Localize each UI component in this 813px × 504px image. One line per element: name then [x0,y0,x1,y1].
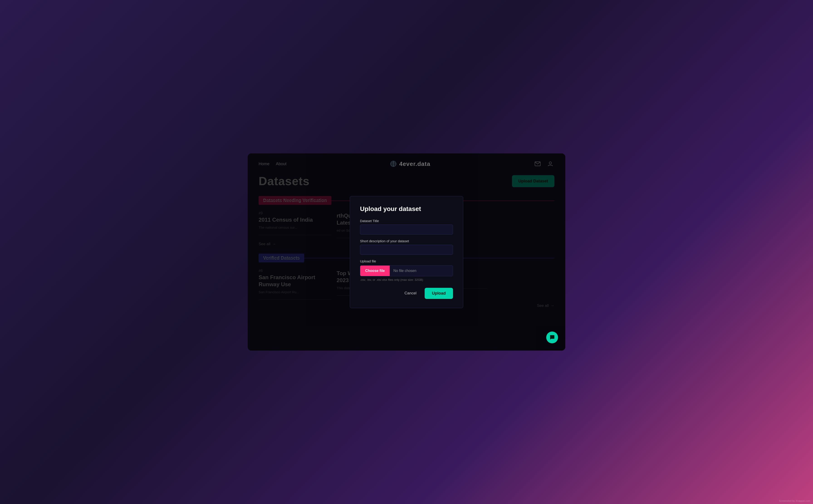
dataset-title-input[interactable] [360,225,453,235]
modal-actions: Cancel Upload [360,288,453,299]
chat-button[interactable] [546,332,558,343]
file-hint: .csv, .tsv, or .xls/.xlsx files only (ma… [360,278,453,281]
screenshot-credit: Screenshot by Xnapper.com [779,499,810,502]
modal-title: Upload your dataset [360,205,453,213]
upload-file-label: Upload file [360,259,453,263]
cancel-button[interactable]: Cancel [400,289,421,298]
no-file-text: No file chosen [390,266,453,276]
upload-button[interactable]: Upload [425,288,453,299]
chat-icon [549,335,555,340]
upload-modal: Upload your dataset Dataset Title Short … [350,196,463,308]
description-input[interactable] [360,245,453,255]
description-label: Short description of your dataset [360,239,453,243]
file-input-row: Choose file No file chosen [360,265,453,276]
dataset-title-label: Dataset Title [360,219,453,223]
choose-file-button[interactable]: Choose file [360,266,390,276]
modal-overlay: Upload your dataset Dataset Title Short … [248,153,565,351]
